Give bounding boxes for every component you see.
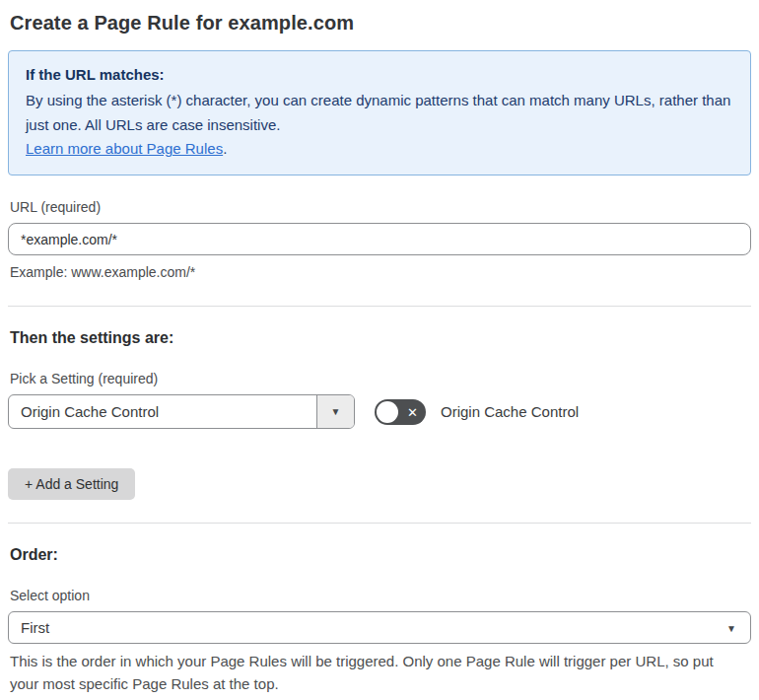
pick-setting-label: Pick a Setting (required)	[10, 371, 749, 386]
info-box-heading: If the URL matches:	[26, 63, 733, 87]
url-label: URL (required)	[10, 199, 749, 215]
info-box-link-line: Learn more about Page Rules.	[26, 137, 733, 161]
chevron-down-icon: ▼	[331, 406, 341, 417]
learn-more-link[interactable]: Learn more about Page Rules	[26, 140, 223, 157]
url-input[interactable]	[8, 223, 751, 255]
order-section-heading: Order:	[10, 546, 749, 564]
order-select-value: First	[21, 619, 49, 636]
url-helper-text: Example: www.example.com/*	[10, 262, 749, 283]
order-select[interactable]: First ▼	[8, 611, 751, 644]
setting-row: Origin Cache Control ▼ ✕ Origin Cache Co…	[8, 394, 751, 429]
chevron-down-icon: ▼	[726, 622, 736, 633]
page-rule-form: Create a Page Rule for example.com If th…	[0, 0, 759, 700]
setting-select-caret-button[interactable]: ▼	[316, 395, 354, 428]
setting-select-value: Origin Cache Control	[9, 395, 316, 428]
order-helper-text: This is the order in which your Page Rul…	[10, 650, 744, 696]
info-box-body: By using the asterisk (*) character, you…	[26, 89, 733, 137]
toggle-knob	[377, 401, 398, 423]
page-title: Create a Page Rule for example.com	[10, 12, 749, 35]
divider	[8, 523, 751, 524]
add-setting-button[interactable]: + Add a Setting	[8, 468, 135, 500]
setting-select[interactable]: Origin Cache Control ▼	[8, 394, 355, 429]
divider	[8, 306, 751, 307]
origin-cache-control-toggle[interactable]: ✕	[375, 399, 426, 425]
url-match-info-box: If the URL matches: By using the asteris…	[8, 50, 751, 175]
toggle-off-x-icon: ✕	[407, 405, 418, 418]
toggle-label: Origin Cache Control	[441, 403, 579, 420]
link-suffix: .	[223, 140, 227, 157]
order-select-label: Select option	[10, 588, 749, 603]
settings-section-heading: Then the settings are:	[10, 329, 749, 347]
